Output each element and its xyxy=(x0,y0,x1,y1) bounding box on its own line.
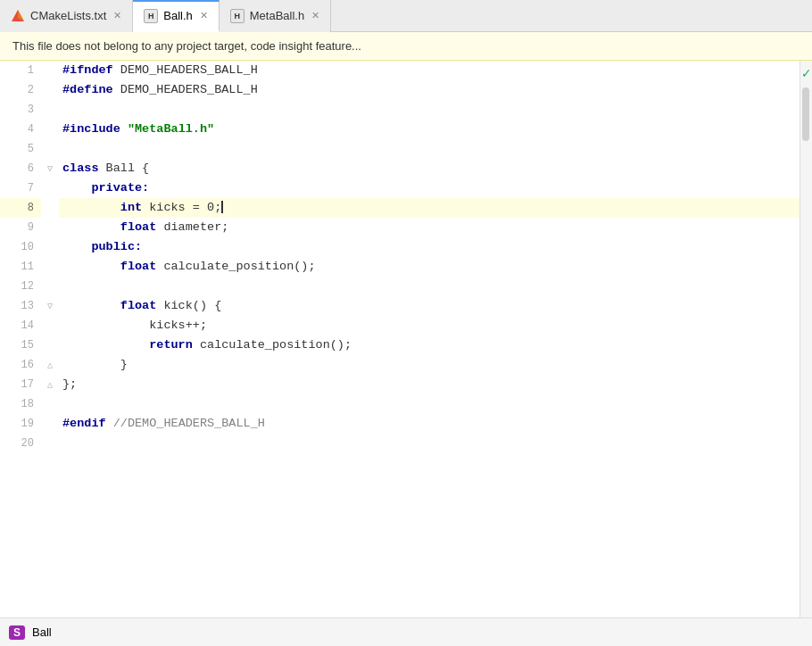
gutter-13-fold[interactable]: ▽ xyxy=(41,296,59,316)
metaball-h-icon: H xyxy=(230,9,244,23)
check-mark: ✓ xyxy=(802,64,811,82)
code-line-19: #endif //DEMO_HEADERS_BALL_H xyxy=(59,414,800,434)
line-numbers: 1 2 3 4 5 6 7 8 9 10 11 12 13 14 15 16 1… xyxy=(0,61,41,617)
tab-metaball-close[interactable]: ✕ xyxy=(311,10,319,21)
gutter-19 xyxy=(41,414,59,434)
gutter-20 xyxy=(41,434,59,453)
gutter-10 xyxy=(41,237,59,257)
gutter-3 xyxy=(41,100,59,120)
code-line-17: }; xyxy=(59,375,800,394)
line-3: 3 xyxy=(0,100,41,120)
gutter-8 xyxy=(41,198,59,218)
tab-metaball[interactable]: H MetaBall.h ✕ xyxy=(220,0,331,32)
code-line-7: private: xyxy=(59,178,800,198)
gutter-4 xyxy=(41,120,59,139)
code-line-8: int kicks = 0; xyxy=(59,198,800,218)
editor-main: 1 2 3 4 5 6 7 8 9 10 11 12 13 14 15 16 1… xyxy=(0,61,812,617)
line-13: 13 xyxy=(0,296,41,316)
line-15: 15 xyxy=(0,335,41,355)
code-line-1: #ifndef DEMO_HEADERS_BALL_H xyxy=(59,61,800,80)
status-bar: S Ball xyxy=(0,617,812,646)
line-8: 8 xyxy=(0,198,41,218)
line-2: 2 xyxy=(0,80,41,100)
gutter-2 xyxy=(41,80,59,100)
gutter-5 xyxy=(41,139,59,159)
scrollbar-thumb[interactable] xyxy=(802,87,809,141)
line-19: 19 xyxy=(0,414,41,434)
code-line-15: return calculate_position(); xyxy=(59,335,800,355)
code-line-16: } xyxy=(59,355,800,375)
code-line-14: kicks++; xyxy=(59,316,800,335)
tab-cmake[interactable]: CMakeLists.txt ✕ xyxy=(0,0,133,32)
code-line-18 xyxy=(59,394,800,414)
tab-ball-close[interactable]: ✕ xyxy=(200,10,208,21)
gutter-16-fold[interactable]: △ xyxy=(41,355,59,375)
status-badge: S xyxy=(9,625,25,640)
gutter-15 xyxy=(41,335,59,355)
line-5: 5 xyxy=(0,139,41,159)
code-line-4: #include "MetaBall.h" xyxy=(59,120,800,139)
line-11: 11 xyxy=(0,257,41,277)
ball-h-icon: H xyxy=(144,9,158,23)
gutter-6-fold[interactable]: ▽ xyxy=(41,159,59,178)
tab-cmake-close[interactable]: ✕ xyxy=(113,10,121,21)
line-12: 12 xyxy=(0,277,41,296)
gutter-12 xyxy=(41,277,59,296)
line-17: 17 xyxy=(0,375,41,394)
code-line-20 xyxy=(59,434,800,453)
tab-cmake-label: CMakeLists.txt xyxy=(30,9,106,22)
tab-ball[interactable]: H Ball.h ✕ xyxy=(133,0,220,32)
gutter-18 xyxy=(41,394,59,414)
gutter-17-fold[interactable]: △ xyxy=(41,375,59,394)
gutter-14 xyxy=(41,316,59,335)
code-line-12 xyxy=(59,277,800,296)
code-line-2: #define DEMO_HEADERS_BALL_H xyxy=(59,80,800,100)
code-line-9: float diameter; xyxy=(59,218,800,237)
editor-window: CMakeLists.txt ✕ H Ball.h ✕ H MetaBall.h… xyxy=(0,0,812,646)
gutter-7 xyxy=(41,178,59,198)
tab-ball-label: Ball.h xyxy=(163,9,193,22)
line-6: 6 xyxy=(0,159,41,178)
gutter: ▽ ▽ △ △ xyxy=(41,61,59,617)
code-line-5 xyxy=(59,139,800,159)
gutter-1 xyxy=(41,61,59,80)
code-line-10: public: xyxy=(59,237,800,257)
line-14: 14 xyxy=(0,316,41,335)
code-line-11: float calculate_position(); xyxy=(59,257,800,277)
line-7: 7 xyxy=(0,178,41,198)
warning-banner: This file does not belong to any project… xyxy=(0,32,812,61)
code-line-6: class Ball { xyxy=(59,159,800,178)
tab-metaball-label: MetaBall.h xyxy=(250,9,304,22)
status-class-name: Ball xyxy=(32,625,52,639)
line-18: 18 xyxy=(0,394,41,414)
gutter-9 xyxy=(41,218,59,237)
code-line-3 xyxy=(59,100,800,120)
cmake-icon xyxy=(11,9,25,23)
line-20: 20 xyxy=(0,434,41,453)
code-line-13: float kick() { xyxy=(59,296,800,316)
tab-bar: CMakeLists.txt ✕ H Ball.h ✕ H MetaBall.h… xyxy=(0,0,812,32)
warning-text: This file does not belong to any project… xyxy=(12,39,361,53)
line-4: 4 xyxy=(0,120,41,139)
gutter-11 xyxy=(41,257,59,277)
line-1: 1 xyxy=(0,61,41,80)
code-content[interactable]: #ifndef DEMO_HEADERS_BALL_H #define DEMO… xyxy=(59,61,800,617)
line-9: 9 xyxy=(0,218,41,237)
scrollbar[interactable]: ✓ xyxy=(800,61,812,617)
line-16: 16 xyxy=(0,355,41,375)
line-10: 10 xyxy=(0,237,41,257)
